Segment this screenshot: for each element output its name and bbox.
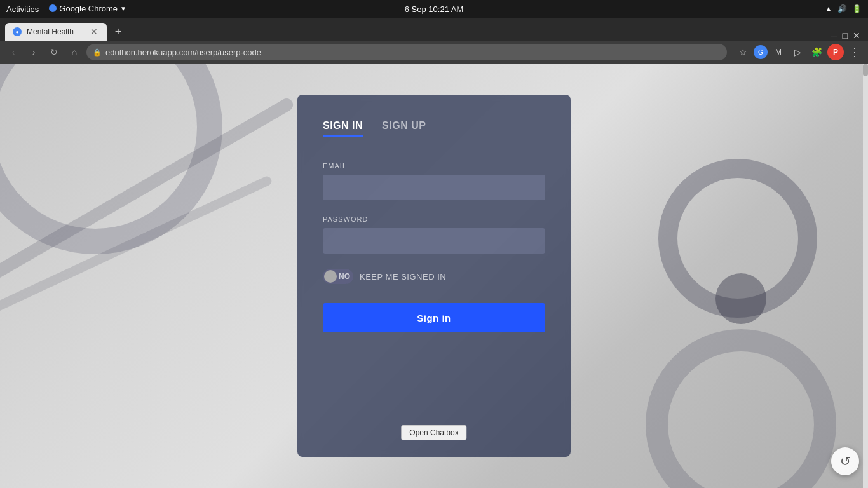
tab-signin[interactable]: SIGN IN <box>323 120 363 137</box>
email-input[interactable] <box>323 175 545 200</box>
keep-signed-toggle[interactable]: NO <box>323 269 353 284</box>
password-group: PASSWORD <box>323 215 545 254</box>
volume-icon: 🔊 <box>837 4 847 13</box>
login-card: SIGN IN SIGN UP EMAIL PASSWORD NO KEEP M… <box>297 95 571 457</box>
activities-label[interactable]: Activities <box>6 4 39 14</box>
toggle-thumb <box>324 270 337 283</box>
home-button[interactable]: ⌂ <box>66 44 83 60</box>
page-content: SIGN IN SIGN UP EMAIL PASSWORD NO KEEP M… <box>0 64 868 488</box>
cast-icon[interactable]: ▷ <box>789 44 806 60</box>
scrollbar[interactable] <box>863 64 868 488</box>
url-text: eduthon.herokuapp.com/userp/userp-code <box>105 48 261 57</box>
chat-fab-button[interactable]: ↺ <box>831 447 859 475</box>
tab-title: Mental Health <box>27 27 74 36</box>
window-minimize[interactable]: ─ <box>831 30 837 41</box>
forward-button[interactable]: › <box>25 44 42 60</box>
lock-icon: 🔒 <box>93 48 102 57</box>
window-close[interactable]: ✕ <box>853 30 860 41</box>
back-button[interactable]: ‹ <box>5 44 22 60</box>
signin-button[interactable]: Sign in <box>323 303 545 332</box>
password-input[interactable] <box>323 228 545 254</box>
bookmark-icon[interactable]: ☆ <box>735 44 751 60</box>
chat-fab-icon: ↺ <box>840 454 851 469</box>
browser-frame: ● Mental Health ✕ + ─ □ ✕ ‹ › ↻ ⌂ 🔒 edut… <box>0 18 868 64</box>
app-name-label: Google Chrome ▼ <box>49 4 126 15</box>
address-bar: ‹ › ↻ ⌂ 🔒 eduthon.herokuapp.com/userp/us… <box>0 41 868 64</box>
chrome-menu-button[interactable]: ⋮ <box>846 44 863 60</box>
bg-decoration-2 <box>646 329 836 488</box>
url-bar[interactable]: 🔒 eduthon.herokuapp.com/userp/userp-code <box>86 44 727 60</box>
toggle-no-label: NO <box>339 272 350 281</box>
chatbox-button[interactable]: Open Chatbox <box>401 425 466 440</box>
tab-close-button[interactable]: ✕ <box>89 27 99 37</box>
password-label: PASSWORD <box>323 215 545 223</box>
tab-favicon: ● <box>13 27 22 36</box>
scrollbar-thumb <box>863 64 868 76</box>
window-maximize[interactable]: □ <box>843 30 848 41</box>
auth-tabs: SIGN IN SIGN UP <box>323 120 545 137</box>
battery-icon: 🔋 <box>852 4 862 13</box>
keep-signed-container: NO KEEP ME SIGNED IN <box>323 269 545 284</box>
new-tab-button[interactable]: + <box>109 23 127 41</box>
datetime: 6 Sep 10:21 AM <box>405 4 464 14</box>
reload-button[interactable]: ↻ <box>46 44 62 60</box>
extensions-icon[interactable]: M <box>770 44 787 60</box>
os-topbar: Activities Google Chrome ▼ 6 Sep 10:21 A… <box>0 0 868 18</box>
dropdown-icon[interactable]: ▼ <box>120 5 126 12</box>
email-group: EMAIL <box>323 162 545 200</box>
puzzle-icon[interactable]: 🧩 <box>808 44 825 60</box>
keep-signed-label: KEEP ME SIGNED IN <box>360 272 446 281</box>
google-apps-icon[interactable]: G <box>754 45 768 59</box>
active-tab[interactable]: ● Mental Health ✕ <box>5 23 107 41</box>
email-label: EMAIL <box>323 162 545 170</box>
tab-signup[interactable]: SIGN UP <box>382 120 426 137</box>
toolbar-icons: ☆ G M ▷ 🧩 P ⋮ <box>735 44 863 60</box>
wifi-icon: ▲ <box>825 4 832 13</box>
profile-avatar[interactable]: P <box>827 44 844 60</box>
tab-bar: ● Mental Health ✕ + ─ □ ✕ <box>0 18 868 41</box>
bg-decoration-6 <box>715 273 766 324</box>
